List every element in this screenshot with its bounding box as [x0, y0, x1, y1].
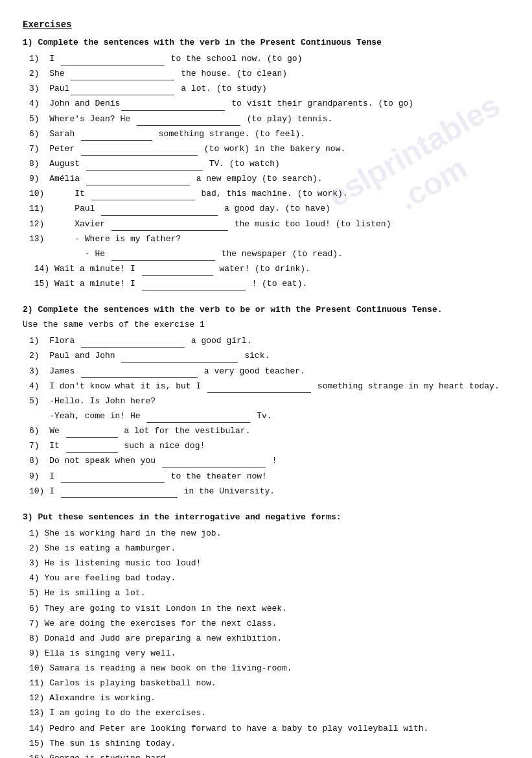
- blank: [86, 161, 203, 171]
- blank: [142, 281, 246, 290]
- list-item: 16) George is studying hard.: [29, 752, 509, 758]
- list-item: 10) It bad, this machine. (to work).: [29, 187, 509, 200]
- list-item: 7) Peter (to work) in the bakery now.: [29, 143, 509, 156]
- list-item: 4) You are feeling bad today.: [29, 572, 509, 585]
- blank: [81, 132, 152, 141]
- list-item: 15) Wait a minute! I ! (to eat).: [29, 278, 509, 290]
- section-3-title: 3) Put these sentences in the interrogat…: [23, 512, 509, 522]
- list-item: 11) Carlos is playing basketball now.: [29, 677, 509, 690]
- section-2-note: Use the same verbs of the exercise 1: [23, 320, 509, 329]
- blank: [121, 354, 238, 363]
- list-item: 6) Sarah something strange. (to feel).: [29, 128, 509, 141]
- blank: [86, 176, 190, 185]
- list-item: 5) -Hello. Is John here?: [29, 395, 509, 408]
- blank: [121, 102, 225, 111]
- section-2-list: 1) Flora a good girl. 2) Paul and John s…: [23, 335, 509, 498]
- blank: [61, 474, 165, 483]
- section-2: 2) Complete the sentences with the verb …: [23, 305, 509, 498]
- blank: [61, 489, 178, 498]
- list-item: 7) It such a nice dog!: [29, 440, 509, 453]
- list-item: 6) We a lot for the vestibular.: [29, 425, 509, 438]
- list-item: 15) The sun is shining today.: [29, 737, 509, 750]
- list-item: 13) - Where is my father?: [29, 233, 509, 246]
- blank: [66, 429, 118, 438]
- list-item: 3) Paul a lot. (to study): [29, 82, 509, 95]
- blank: [111, 222, 228, 231]
- list-item: - He the newspaper (to read).: [29, 248, 509, 261]
- blank: [81, 147, 198, 156]
- section-1-title: 1) Complete the sentences with the verb …: [23, 38, 509, 47]
- section-2-title: 2) Complete the sentences with the verb …: [23, 305, 509, 314]
- section-3: 3) Put these sentences in the interrogat…: [23, 512, 509, 758]
- blank: [101, 207, 218, 216]
- list-item: 8) Donald and Judd are preparing a new e…: [29, 632, 509, 645]
- section-3-list: 1) She is working hard in the new job. 2…: [23, 527, 509, 758]
- list-item: 12) Xavier the music too loud! (to liste…: [29, 218, 509, 231]
- list-item: 5) He is smiling a lot.: [29, 587, 509, 600]
- blank: [207, 384, 311, 393]
- section-1-list: 1) I to the school now. (to go) 2) She t…: [23, 53, 509, 290]
- section-1: 1) Complete the sentences with the verb …: [23, 38, 509, 290]
- list-item: 9) I to the theater now!: [29, 470, 509, 483]
- list-item: 9) Ella is singing very well.: [29, 647, 509, 660]
- blank: [61, 56, 165, 65]
- blank: [162, 459, 266, 468]
- blank: [111, 252, 215, 261]
- list-item: 8) August TV. (to watch): [29, 158, 509, 171]
- list-item: 11) Paul a good day. (to have): [29, 202, 509, 215]
- list-item: 2) Paul and John sick.: [29, 349, 509, 362]
- list-item: 2) She the house. (to clean): [29, 67, 509, 80]
- list-item: 4) John and Denis to visit their grandpa…: [29, 97, 509, 110]
- list-item: 5) Where's Jean? He (to play) tennis.: [29, 113, 509, 126]
- list-item: -Yeah, come in! He Tv.: [29, 410, 509, 423]
- list-item: 7) We are doing the exercises for the ne…: [29, 617, 509, 630]
- list-item: 1) Flora a good girl.: [29, 335, 509, 348]
- blank: [81, 338, 185, 348]
- list-item: 3) He is listening music too loud!: [29, 557, 509, 570]
- list-item: 12) Alexandre is working.: [29, 692, 509, 705]
- blank: [142, 266, 213, 276]
- list-item: 9) Amélia a new employ (to search).: [29, 172, 509, 185]
- list-item: 4) I don't know what it is, but I someth…: [29, 380, 509, 393]
- blank: [71, 71, 174, 80]
- blank: [91, 191, 195, 200]
- list-item: 2) She is eating a hamburger.: [29, 542, 509, 555]
- list-item: 8) Do not speak when you !: [29, 455, 509, 468]
- list-item: 13) I am going to do the exercises.: [29, 707, 509, 720]
- list-item: 14) Pedro and Peter are looking forward …: [29, 722, 509, 735]
- blank: [66, 444, 118, 453]
- list-item: 6) They are going to visit London in the…: [29, 602, 509, 615]
- list-item: 10) I in the University.: [29, 485, 509, 498]
- list-item: 1) She is working hard in the new job.: [29, 527, 509, 540]
- page-title: Exercises: [23, 19, 509, 30]
- list-item: 10) Samara is reading a new book on the …: [29, 662, 509, 675]
- list-item: 14) Wait a minute! I water! (to drink).: [29, 263, 509, 276]
- list-item: 1) I to the school now. (to go): [29, 53, 509, 65]
- list-item: 3) James a very good teacher.: [29, 365, 509, 378]
- blank: [71, 86, 174, 95]
- blank: [146, 414, 250, 423]
- blank: [137, 117, 240, 126]
- blank: [81, 369, 198, 378]
